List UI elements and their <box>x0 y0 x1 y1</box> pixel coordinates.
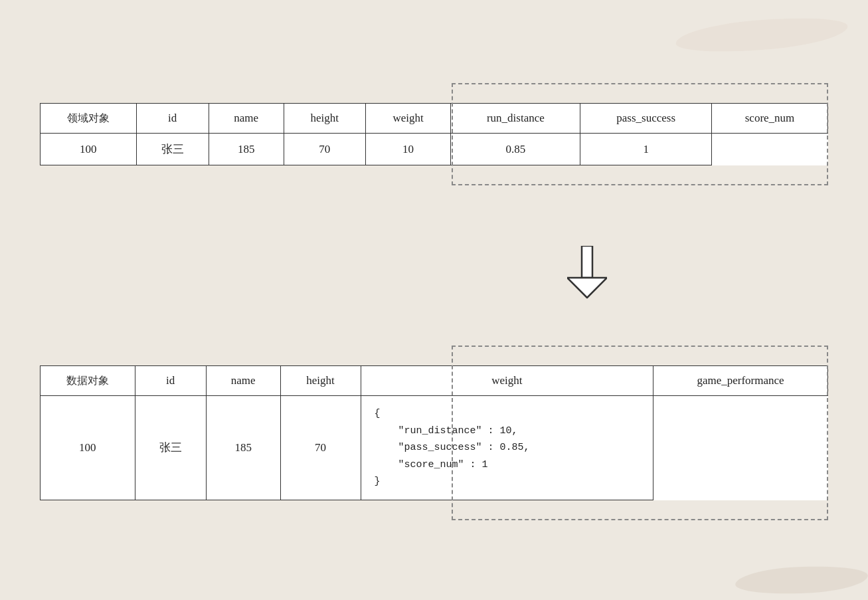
cell-name-top: 张三 <box>136 134 209 165</box>
cell-pass-success: 0.85 <box>451 134 580 165</box>
data-object-table: 数据对象 id name height weight game_performa… <box>40 365 828 500</box>
col-pass-success: pass_success <box>580 104 712 134</box>
cell-height-top: 185 <box>209 134 284 165</box>
svg-marker-1 <box>567 278 607 298</box>
cell-weight-bottom: 70 <box>280 396 361 500</box>
svg-rect-0 <box>582 246 592 278</box>
col-game-performance: game_performance <box>653 366 828 396</box>
data-object-label: 数据对象 <box>41 366 135 396</box>
col-score-num: score_num <box>712 104 828 134</box>
cell-id-top: 100 <box>41 134 137 165</box>
cell-id-bottom: 100 <box>41 396 135 500</box>
page-container: 领域对象 id name height weight run_distance … <box>0 0 868 600</box>
cell-height-bottom: 185 <box>206 396 280 500</box>
col-run-distance: run_distance <box>451 104 580 134</box>
arrow-icon <box>567 246 607 299</box>
cell-name-bottom: 张三 <box>135 396 206 500</box>
cell-weight-top: 70 <box>284 134 365 165</box>
col-id-bottom: id <box>135 366 206 396</box>
bottom-table-wrapper: 数据对象 id name height weight game_performa… <box>40 365 828 500</box>
col-name-bottom: name <box>206 366 280 396</box>
col-height-bottom: height <box>280 366 361 396</box>
bottom-section: 数据对象 id name height weight game_performa… <box>40 365 828 500</box>
cell-run-distance: 10 <box>365 134 451 165</box>
col-id-top: id <box>136 104 209 134</box>
down-arrow <box>567 246 607 299</box>
col-height-top: height <box>284 104 365 134</box>
top-table-wrapper: 领域对象 id name height weight run_distance … <box>40 103 828 165</box>
domain-object-table: 领域对象 id name height weight run_distance … <box>40 103 828 165</box>
col-weight-bottom: weight <box>361 366 653 396</box>
col-name-top: name <box>209 104 284 134</box>
cell-json-content: { "run_distance" : 10, "pass_success" : … <box>361 396 653 500</box>
col-weight-top: weight <box>365 104 451 134</box>
top-section: 领域对象 id name height weight run_distance … <box>40 103 828 165</box>
domain-object-label: 领域对象 <box>41 104 137 134</box>
cell-score-num: 1 <box>580 134 712 165</box>
